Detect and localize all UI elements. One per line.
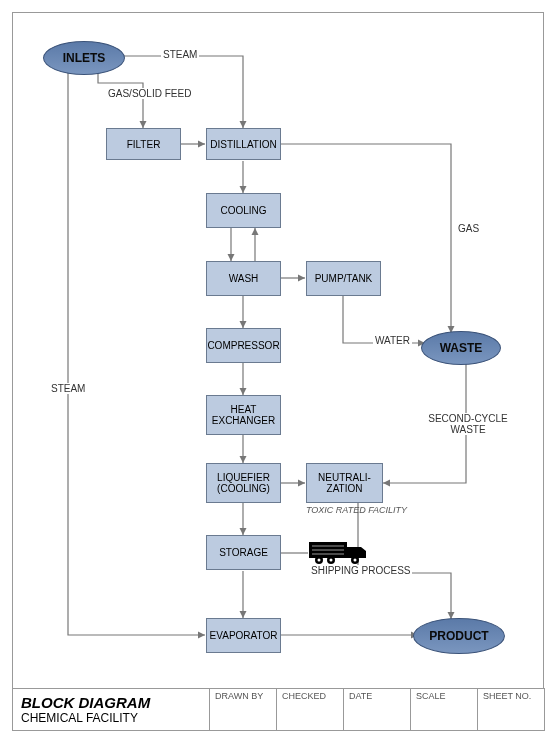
neutralization-label: NEUTRALI- ZATION — [311, 472, 378, 494]
svg-point-7 — [354, 559, 357, 562]
distillation-label: DISTILLATION — [210, 139, 277, 150]
heat-exchanger-box: HEAT EXCHANGER — [206, 395, 281, 435]
checked-cell: CHECKED — [277, 688, 344, 730]
sheet-no-cell: SHEET NO. — [478, 688, 544, 730]
inlets-label: INLETS — [63, 51, 106, 65]
cooling-label: COOLING — [220, 205, 266, 216]
compressor-label: COMPRESSOR — [207, 340, 279, 351]
filter-label: FILTER — [127, 139, 161, 150]
drawn-by-cell: DRAWN BY — [210, 688, 277, 730]
product-label: PRODUCT — [429, 629, 488, 643]
title-main-text: BLOCK DIAGRAM — [21, 694, 201, 711]
heat-exchanger-label: HEAT EXCHANGER — [211, 404, 276, 426]
cooling-box: COOLING — [206, 193, 281, 228]
wash-label: WASH — [229, 273, 259, 284]
inlets-node: INLETS — [43, 41, 125, 75]
steam-left-label: STEAM — [49, 383, 87, 394]
title-sub-text: CHEMICAL FACILITY — [21, 711, 201, 725]
pumptank-box: PUMP/TANK — [306, 261, 381, 296]
wash-box: WASH — [206, 261, 281, 296]
storage-label: STORAGE — [219, 547, 268, 558]
filter-box: FILTER — [106, 128, 181, 160]
gas-solid-feed-label: GAS/SOLID FEED — [106, 88, 193, 99]
diagram-sheet: INLETS WASTE PRODUCT FILTER DISTILLATION… — [0, 0, 556, 741]
gas-label: GAS — [456, 223, 481, 234]
liquefier-box: LIQUEFIER (COOLING) — [206, 463, 281, 503]
storage-box: STORAGE — [206, 535, 281, 570]
truck-icon — [309, 538, 369, 570]
product-node: PRODUCT — [413, 618, 505, 654]
steam-top-label: STEAM — [161, 49, 199, 60]
scale-cell: SCALE — [411, 688, 478, 730]
evaporator-box: EVAPORATOR — [206, 618, 281, 653]
title-main: BLOCK DIAGRAM CHEMICAL FACILITY — [13, 688, 210, 730]
distillation-box: DISTILLATION — [206, 128, 281, 160]
toxic-note: TOXIC RATED FACILITY — [306, 505, 407, 515]
svg-point-5 — [318, 559, 321, 562]
evaporator-label: EVAPORATOR — [210, 630, 278, 641]
neutralization-box: NEUTRALI- ZATION — [306, 463, 383, 503]
pumptank-label: PUMP/TANK — [315, 273, 373, 284]
liquefier-label: LIQUEFIER (COOLING) — [211, 472, 276, 494]
waste-label: WASTE — [440, 341, 483, 355]
waste-node: WASTE — [421, 331, 501, 365]
diagram-frame: INLETS WASTE PRODUCT FILTER DISTILLATION… — [12, 12, 544, 689]
date-cell: DATE — [344, 688, 411, 730]
water-label: WATER — [373, 335, 412, 346]
svg-point-6 — [330, 559, 333, 562]
second-cycle-label: SECOND-CYCLE WASTE — [421, 413, 515, 435]
title-block: BLOCK DIAGRAM CHEMICAL FACILITY DRAWN BY… — [12, 688, 545, 731]
compressor-box: COMPRESSOR — [206, 328, 281, 363]
